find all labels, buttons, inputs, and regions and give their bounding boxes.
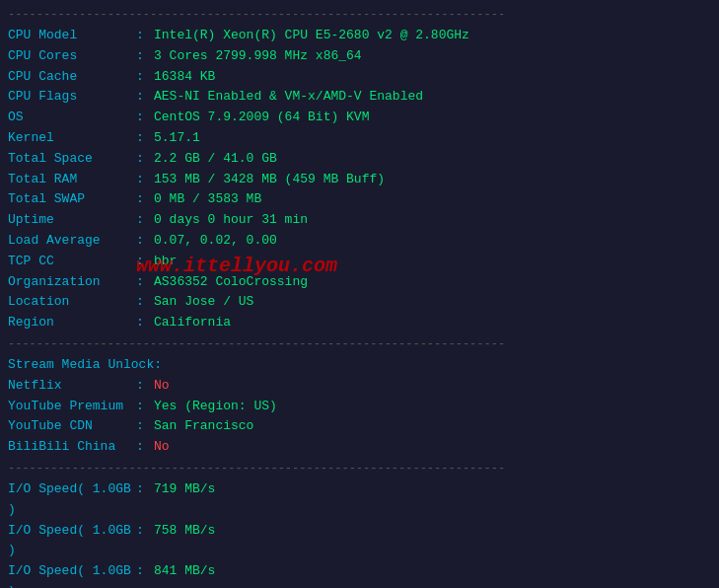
- location-row: Location : San Jose / US: [8, 292, 711, 313]
- total-space-row: Total Space : 2.2 GB / 41.0 GB: [8, 149, 711, 170]
- bilibili-row: BiliBili China : No: [8, 437, 711, 458]
- divider-2: ----------------------------------------…: [8, 337, 711, 351]
- uptime-value: 0 days 0 hour 31 min: [154, 210, 308, 231]
- cpu-cache-colon: :: [136, 67, 154, 88]
- youtube-row: YouTube Premium : Yes (Region: US): [8, 397, 711, 417]
- load-avg-colon: :: [136, 231, 154, 252]
- kernel-row: Kernel : 5.17.1: [8, 128, 711, 149]
- io1-value: 719 MB/s: [154, 479, 215, 521]
- cpu-cores-colon: :: [136, 46, 154, 67]
- cpu-cores-label: CPU Cores: [8, 46, 136, 67]
- netflix-row: Netflix : No: [8, 376, 711, 397]
- region-value: California: [154, 313, 231, 333]
- io3-value: 841 MB/s: [154, 561, 215, 588]
- stream-title-row: Stream Media Unlock :: [8, 355, 711, 376]
- cpu-flags-row: CPU Flags : AES-NI Enabled & VM-x/AMD-V …: [8, 87, 711, 108]
- total-swap-label: Total SWAP: [8, 189, 136, 210]
- bilibili-colon: :: [136, 437, 154, 458]
- total-ram-row: Total RAM : 153 MB / 3428 MB (459 MB Buf…: [8, 170, 711, 190]
- load-avg-row: Load Average : 0.07, 0.02, 0.00: [8, 231, 711, 252]
- cpu-model-value: Intel(R) Xeon(R) CPU E5-2680 v2 @ 2.80GH…: [154, 26, 469, 46]
- youtube-cdn-label: YouTube CDN: [8, 416, 136, 437]
- cpu-flags-colon: :: [136, 87, 154, 108]
- stream-title-colon: :: [154, 355, 172, 376]
- youtube-cdn-colon: :: [136, 416, 154, 437]
- io3-row: I/O Speed( 1.0GB ) : 841 MB/s: [8, 561, 711, 588]
- kernel-colon: :: [136, 128, 154, 149]
- tcp-cc-row: TCP CC : bbr: [8, 252, 711, 272]
- org-row: Organization : AS36352 ColoCrossing: [8, 272, 711, 293]
- tcp-cc-label: TCP CC: [8, 252, 136, 272]
- netflix-label: Netflix: [8, 376, 136, 397]
- total-ram-colon: :: [136, 170, 154, 190]
- location-colon: :: [136, 292, 154, 313]
- uptime-colon: :: [136, 210, 154, 231]
- divider-3: ----------------------------------------…: [8, 462, 711, 476]
- org-label: Organization: [8, 272, 136, 293]
- cpu-cores-value: 3 Cores 2799.998 MHz x86_64: [154, 46, 362, 67]
- total-swap-colon: :: [136, 189, 154, 210]
- uptime-label: Uptime: [8, 210, 136, 231]
- youtube-cdn-value: San Francisco: [154, 416, 253, 437]
- bilibili-value: No: [154, 437, 170, 458]
- youtube-cdn-row: YouTube CDN : San Francisco: [8, 416, 711, 437]
- total-swap-value: 0 MB / 3583 MB: [154, 189, 261, 210]
- youtube-value: Yes (Region: US): [154, 397, 277, 417]
- kernel-value: 5.17.1: [154, 128, 200, 149]
- youtube-label: YouTube Premium: [8, 397, 136, 417]
- location-label: Location: [8, 292, 136, 313]
- os-value: CentOS 7.9.2009 (64 Bit) KVM: [154, 108, 369, 128]
- total-ram-label: Total RAM: [8, 170, 136, 190]
- cpu-model-label: CPU Model: [8, 26, 136, 46]
- netflix-colon: :: [136, 376, 154, 397]
- load-avg-label: Load Average: [8, 231, 136, 252]
- bilibili-label: BiliBili China: [8, 437, 136, 458]
- os-colon: :: [136, 108, 154, 128]
- io1-row: I/O Speed( 1.0GB ) : 719 MB/s: [8, 479, 711, 521]
- region-row: Region : California: [8, 313, 711, 333]
- io3-colon: :: [136, 561, 154, 588]
- uptime-row: Uptime : 0 days 0 hour 31 min: [8, 210, 711, 231]
- cpu-model-colon: :: [136, 26, 154, 46]
- io2-value: 758 MB/s: [154, 521, 215, 562]
- io3-label: I/O Speed( 1.0GB ): [8, 561, 136, 588]
- os-label: OS: [8, 108, 136, 128]
- io1-label: I/O Speed( 1.0GB ): [8, 479, 136, 521]
- stream-title: Stream Media Unlock: [8, 355, 154, 376]
- region-colon: :: [136, 313, 154, 333]
- cpu-cache-row: CPU Cache : 16384 KB: [8, 67, 711, 88]
- os-row: OS : CentOS 7.9.2009 (64 Bit) KVM: [8, 108, 711, 128]
- total-space-colon: :: [136, 149, 154, 170]
- cpu-cache-label: CPU Cache: [8, 67, 136, 88]
- cpu-cache-value: 16384 KB: [154, 67, 215, 88]
- youtube-colon: :: [136, 397, 154, 417]
- location-value: San Jose / US: [154, 292, 253, 313]
- io2-row: I/O Speed( 1.0GB ) : 758 MB/s: [8, 521, 711, 562]
- total-space-value: 2.2 GB / 41.0 GB: [154, 149, 277, 170]
- total-swap-row: Total SWAP : 0 MB / 3583 MB: [8, 189, 711, 210]
- io2-label: I/O Speed( 1.0GB ): [8, 521, 136, 562]
- cpu-cores-row: CPU Cores : 3 Cores 2799.998 MHz x86_64: [8, 46, 711, 67]
- io2-colon: :: [136, 521, 154, 562]
- divider-top: ----------------------------------------…: [8, 8, 711, 22]
- total-space-label: Total Space: [8, 149, 136, 170]
- cpu-flags-label: CPU Flags: [8, 87, 136, 108]
- netflix-value: No: [154, 376, 170, 397]
- total-ram-value: 153 MB / 3428 MB (459 MB Buff): [154, 170, 385, 190]
- io1-colon: :: [136, 479, 154, 521]
- cpu-model-row: CPU Model : Intel(R) Xeon(R) CPU E5-2680…: [8, 26, 711, 46]
- watermark: www.ittellyou.com: [136, 255, 337, 277]
- kernel-label: Kernel: [8, 128, 136, 149]
- cpu-flags-value: AES-NI Enabled & VM-x/AMD-V Enabled: [154, 87, 423, 108]
- region-label: Region: [8, 313, 136, 333]
- load-avg-value: 0.07, 0.02, 0.00: [154, 231, 277, 252]
